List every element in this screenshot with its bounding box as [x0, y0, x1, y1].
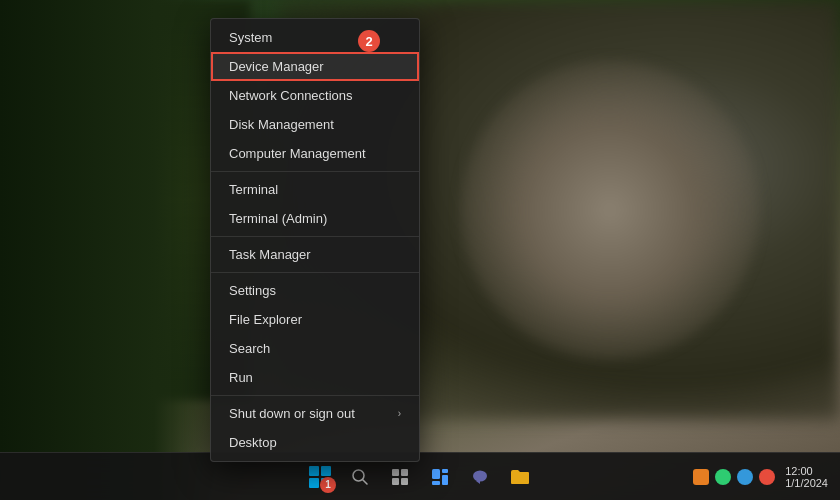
- shutdown-arrow-icon: ›: [398, 408, 401, 419]
- menu-separator-1: [211, 171, 419, 172]
- badge-1-label: 1: [320, 477, 336, 493]
- chat-icon[interactable]: [462, 459, 498, 495]
- task-view-svg-icon: [391, 468, 409, 486]
- menu-item-terminal[interactable]: Terminal: [211, 175, 419, 204]
- svg-rect-7: [442, 469, 448, 473]
- menu-separator-3: [211, 272, 419, 273]
- svg-rect-2: [392, 469, 399, 476]
- menu-item-shutdown[interactable]: Shut down or sign out ›: [211, 399, 419, 428]
- menu-item-disk-management[interactable]: Disk Management: [211, 110, 419, 139]
- menu-item-file-explorer[interactable]: File Explorer: [211, 305, 419, 334]
- svg-rect-8: [442, 475, 448, 485]
- chat-svg-icon: [471, 468, 489, 486]
- taskbar: 1: [0, 452, 840, 500]
- menu-item-device-manager[interactable]: Device Manager: [211, 52, 419, 81]
- menu-item-task-manager[interactable]: Task Manager: [211, 240, 419, 269]
- svg-line-1: [363, 479, 368, 484]
- menu-item-system[interactable]: System: [211, 23, 419, 52]
- file-explorer-taskbar-icon[interactable]: [502, 459, 538, 495]
- search-svg-icon: [351, 468, 369, 486]
- task-view-icon[interactable]: [382, 459, 418, 495]
- win-quad-1: [309, 466, 319, 476]
- svg-rect-9: [432, 481, 440, 485]
- svg-rect-6: [432, 469, 440, 479]
- menu-item-settings[interactable]: Settings: [211, 276, 419, 305]
- svg-rect-3: [401, 469, 408, 476]
- svg-rect-4: [392, 478, 399, 485]
- tray-icon-3[interactable]: [737, 469, 753, 485]
- system-clock: 12:001/1/2024: [785, 465, 828, 489]
- widgets-svg-icon: [431, 468, 449, 486]
- menu-item-computer-management[interactable]: Computer Management: [211, 139, 419, 168]
- win-quad-2: [321, 466, 331, 476]
- menu-item-terminal-admin[interactable]: Terminal (Admin): [211, 204, 419, 233]
- context-menu: System Device Manager Network Connection…: [210, 18, 420, 462]
- badge-2-label: 2: [358, 30, 380, 52]
- tray-icon-4[interactable]: [759, 469, 775, 485]
- widgets-icon[interactable]: [422, 459, 458, 495]
- tray-icon-2[interactable]: [715, 469, 731, 485]
- menu-separator-2: [211, 236, 419, 237]
- svg-rect-5: [401, 478, 408, 485]
- system-tray: 12:001/1/2024: [693, 465, 828, 489]
- start-button[interactable]: 1: [302, 459, 338, 495]
- menu-item-desktop[interactable]: Desktop: [211, 428, 419, 457]
- folder-svg-icon: [510, 468, 530, 486]
- search-taskbar-icon[interactable]: [342, 459, 378, 495]
- svg-point-10: [473, 470, 487, 481]
- menu-item-run[interactable]: Run: [211, 363, 419, 392]
- menu-item-search[interactable]: Search: [211, 334, 419, 363]
- menu-item-network-connections[interactable]: Network Connections: [211, 81, 419, 110]
- win-quad-3: [309, 478, 319, 488]
- menu-separator-4: [211, 395, 419, 396]
- taskbar-center: 1: [302, 459, 538, 495]
- bg-blur-layer: [0, 0, 840, 500]
- tray-icon-1[interactable]: [693, 469, 709, 485]
